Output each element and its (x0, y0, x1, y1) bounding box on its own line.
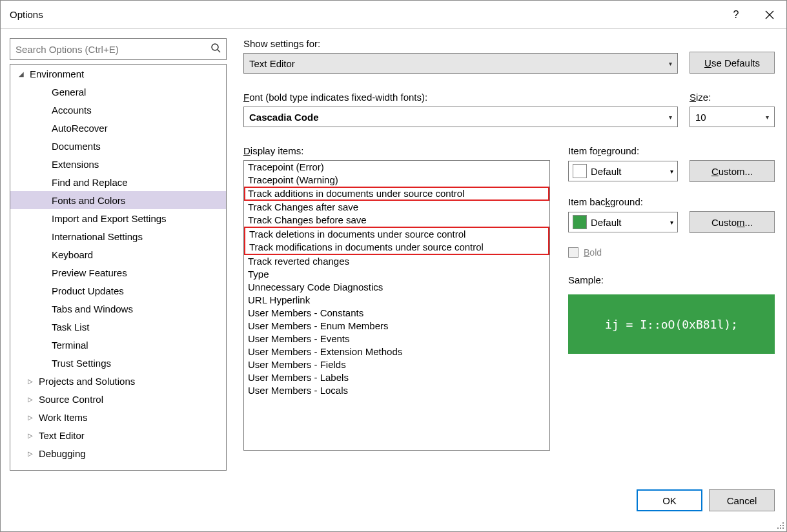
list-item[interactable]: Tracepoint (Warning) (244, 174, 549, 187)
font-dropdown[interactable]: Cascadia Code ▾ (243, 107, 678, 127)
tree-item-debugging[interactable]: ▷Debugging (10, 444, 226, 462)
tree-item-label: Trust Settings (52, 358, 111, 369)
tree-item-keyboard[interactable]: Keyboard (10, 245, 226, 263)
list-item[interactable]: User Members - Labels (244, 371, 549, 384)
bg-custom-button[interactable]: Custom... (690, 211, 775, 233)
list-item[interactable]: Track additions in documents under sourc… (244, 187, 549, 201)
tree-item-label: Environment (30, 68, 84, 79)
tree-item-task-list[interactable]: Task List (10, 318, 226, 336)
tree-item-trust-settings[interactable]: Trust Settings (10, 354, 226, 372)
tree-item-label: Source Control (39, 394, 103, 405)
chevron-collapsed-icon: ▷ (26, 432, 35, 439)
list-item[interactable]: User Members - Enum Members (244, 320, 549, 332)
item-fg-dropdown[interactable]: Default ▾ (568, 161, 678, 181)
fg-swatch (573, 164, 587, 178)
tree-item-label: Documents (52, 141, 101, 152)
size-label: Size: (690, 92, 775, 103)
list-item[interactable]: Track deletions in documents under sourc… (245, 228, 548, 241)
chevron-down-icon: ▾ (670, 219, 673, 226)
tree-item-autorecover[interactable]: AutoRecover (10, 119, 226, 137)
list-item[interactable]: User Members - Extension Methods (244, 345, 549, 358)
chevron-collapsed-icon: ▷ (26, 450, 35, 457)
sample-label: Sample: (568, 274, 775, 285)
search-input[interactable] (10, 38, 227, 60)
chevron-down-icon: ▾ (669, 114, 672, 121)
help-button[interactable]: ? (719, 1, 753, 29)
tree-item-preview-features[interactable]: Preview Features (10, 263, 226, 281)
list-item[interactable]: User Members - Locals (244, 384, 549, 397)
svg-point-0 (212, 44, 218, 50)
close-icon (765, 10, 774, 19)
search-input-field[interactable] (15, 44, 210, 55)
list-item[interactable]: Type (244, 268, 549, 281)
tree-item-label: Import and Export Settings (52, 213, 167, 224)
tree-item-find-and-replace[interactable]: Find and Replace (10, 173, 226, 191)
tree-item-label: Accounts (52, 105, 92, 116)
list-item[interactable]: User Members - Constants (244, 307, 549, 320)
tree-item-label: Task List (52, 322, 89, 332)
display-items-listbox[interactable]: Tracepoint (Error)Tracepoint (Warning)Tr… (243, 160, 550, 451)
list-item[interactable]: Track reverted changes (244, 255, 549, 268)
cancel-button[interactable]: Cancel (709, 489, 775, 511)
item-bg-dropdown[interactable]: Default ▾ (568, 212, 678, 232)
tree-item-label: AutoRecover (52, 123, 108, 134)
use-defaults-button[interactable]: Use Defaults (690, 52, 775, 74)
fg-custom-button[interactable]: Custom... (690, 160, 775, 182)
tree-item-label: Terminal (52, 340, 88, 351)
tree-item-projects-and-solutions[interactable]: ▷Projects and Solutions (10, 372, 226, 390)
tree-item-fonts-and-colors[interactable]: Fonts and Colors (10, 191, 226, 209)
tree-item-environment[interactable]: ◢Environment (10, 65, 226, 83)
tree-item-text-editor[interactable]: ▷Text Editor (10, 426, 226, 444)
list-item[interactable]: Tracepoint (Error) (244, 161, 549, 174)
tree-item-tabs-and-windows[interactable]: Tabs and Windows (10, 300, 226, 318)
tree-item-extensions[interactable]: Extensions (10, 155, 226, 173)
show-settings-dropdown[interactable]: Text Editor ▾ (243, 53, 678, 74)
chevron-down-icon: ▾ (670, 168, 673, 175)
list-item[interactable]: Track Changes after save (244, 201, 549, 214)
svg-line-1 (218, 50, 220, 52)
ok-button[interactable]: OK (637, 489, 702, 511)
sample-preview: ij = I::oO(0xB81l); (568, 294, 775, 354)
chevron-down-icon: ▾ (766, 114, 769, 121)
search-icon (210, 43, 221, 56)
tree-item-label: Tabs and Windows (52, 303, 133, 314)
dialog-footer: OK Cancel (1, 481, 786, 520)
tree-item-general[interactable]: General (10, 83, 226, 101)
item-fg-label: Item foreground: (568, 145, 775, 156)
tree-item-label: Fonts and Colors (52, 195, 125, 206)
tree-item-work-items[interactable]: ▷Work Items (10, 408, 226, 426)
tree-item-label: International Settings (52, 231, 143, 242)
tree-item-product-updates[interactable]: Product Updates (10, 281, 226, 300)
tree-item-label: Work Items (39, 412, 88, 423)
tree-item-label: Find and Replace (52, 177, 128, 188)
tree-item-import-and-export-settings[interactable]: Import and Export Settings (10, 209, 226, 227)
size-dropdown[interactable]: 10 ▾ (690, 107, 775, 127)
tree-item-source-control[interactable]: ▷Source Control (10, 390, 226, 408)
list-item[interactable]: User Members - Fields (244, 358, 549, 371)
tree-item-label: Projects and Solutions (39, 376, 135, 387)
titlebar: Options ? (1, 1, 786, 29)
bg-swatch (573, 215, 587, 229)
tree-item-label: Text Editor (39, 430, 85, 441)
list-item[interactable]: URL Hyperlink (244, 294, 549, 307)
tree-item-international-settings[interactable]: International Settings (10, 227, 226, 245)
show-settings-label: Show settings for: (243, 38, 678, 49)
item-bg-label: Item background: (568, 196, 775, 207)
display-items-label: Display items: (243, 145, 550, 156)
tree-item-accounts[interactable]: Accounts (10, 101, 226, 119)
tree-item-label: Product Updates (52, 285, 124, 296)
tree-item-label: Preview Features (52, 267, 127, 278)
bold-checkbox[interactable] (568, 247, 578, 258)
chevron-collapsed-icon: ▷ (26, 414, 35, 421)
list-item[interactable]: Unnecessary Code Diagnostics (244, 281, 549, 294)
tree-item-terminal[interactable]: Terminal (10, 336, 226, 354)
chevron-collapsed-icon: ▷ (26, 378, 35, 385)
options-tree[interactable]: ◢EnvironmentGeneralAccountsAutoRecoverDo… (10, 64, 227, 471)
tree-item-documents[interactable]: Documents (10, 137, 226, 155)
close-button[interactable] (753, 1, 786, 29)
list-item[interactable]: Track Changes before save (244, 214, 549, 227)
list-item[interactable]: User Members - Events (244, 332, 549, 345)
chevron-down-icon: ▾ (669, 60, 672, 67)
resize-grip-icon[interactable] (777, 522, 786, 531)
list-item[interactable]: Track modifications in documents under s… (245, 241, 548, 254)
